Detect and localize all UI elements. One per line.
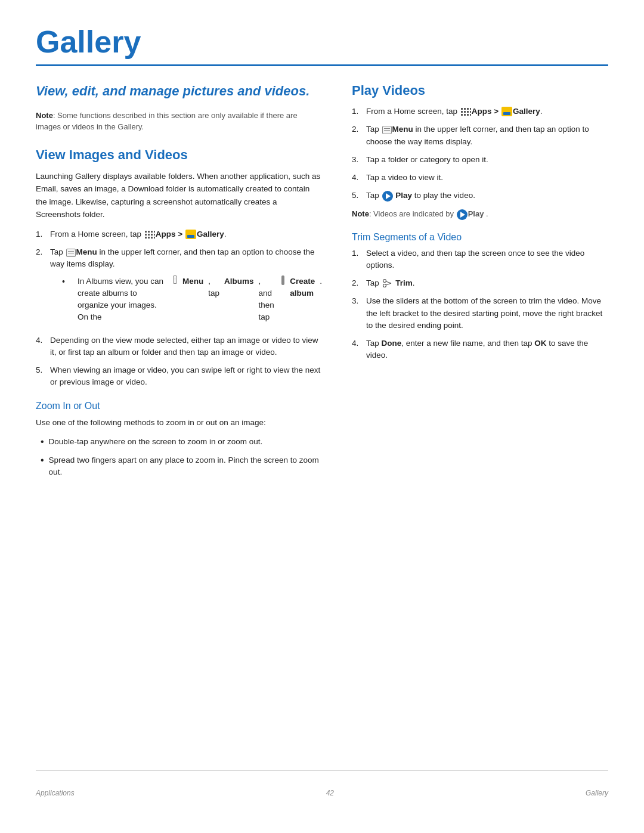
play-step-4: Tap a video to view it. bbox=[352, 172, 608, 184]
play-label: Play bbox=[395, 191, 412, 200]
play-step-3-content: Tap a folder or category to open it. bbox=[366, 154, 608, 166]
step-3: Depending on the view mode selected, eit… bbox=[36, 335, 322, 359]
sub-bullet-1: In Albums view, you can create albums to… bbox=[62, 275, 322, 324]
footer-left: Applications bbox=[36, 789, 75, 797]
intro-note: Note: Some functions described in this s… bbox=[36, 110, 322, 133]
trim-step-2-content: Tap Trim. bbox=[366, 277, 608, 289]
menu-icon bbox=[66, 249, 76, 257]
zoom-intro: Use one of the following methods to zoom… bbox=[36, 416, 322, 429]
play-step-4-content: Tap a video to view it. bbox=[366, 172, 608, 184]
play-note: Note: Videos are indicated by Play . bbox=[352, 209, 608, 220]
gallery-label-2: Gallery bbox=[513, 107, 540, 116]
play-videos-heading: Play Videos bbox=[352, 83, 608, 98]
trim-label: Trim bbox=[395, 278, 413, 287]
gallery-icon bbox=[185, 230, 196, 239]
svg-point-1 bbox=[383, 284, 386, 287]
apps-label: Apps > bbox=[156, 230, 182, 239]
footer-center: 42 bbox=[326, 789, 334, 797]
left-column: View, edit, and manage pictures and vide… bbox=[36, 83, 322, 770]
play-note-label: Note bbox=[352, 209, 369, 218]
page-footer: Applications 42 Gallery bbox=[36, 770, 608, 797]
create-icon bbox=[281, 275, 285, 285]
ok-label: OK bbox=[534, 339, 546, 348]
zoom-heading: Zoom In or Out bbox=[36, 401, 322, 411]
zoom-bullet-1-text: Double-tap anywhere on the screen to zoo… bbox=[49, 436, 263, 448]
step-2-content: Tap Menu in the upper left corner, and t… bbox=[50, 246, 322, 329]
content-columns: View, edit, and manage pictures and vide… bbox=[36, 83, 608, 770]
trim-step-1-content: Select a video, and then tap the screen … bbox=[366, 247, 608, 272]
albums-label: Albums bbox=[224, 275, 254, 324]
step-2-subbullets: In Albums view, you can create albums to… bbox=[50, 275, 322, 324]
step-1-content: From a Home screen, tap Apps > Gallery. bbox=[50, 228, 322, 240]
right-column: Play Videos From a Home screen, tap Apps… bbox=[352, 83, 608, 770]
zoom-bullet-2: Spread two fingers apart on any place to… bbox=[41, 454, 322, 479]
apps-icon bbox=[144, 230, 155, 239]
view-images-intro: Launching Gallery displays available fol… bbox=[36, 170, 322, 221]
play-step-1-content: From a Home screen, tap Apps > Gallery. bbox=[366, 106, 608, 117]
zoom-bullets: Double-tap anywhere on the screen to zoo… bbox=[36, 436, 322, 478]
gallery-icon-2 bbox=[501, 107, 512, 116]
create-album-label: Create album bbox=[290, 275, 315, 324]
note-label: Note bbox=[36, 111, 53, 120]
menu-icon-3 bbox=[382, 126, 392, 134]
play-step-5: Tap Play to play the video. bbox=[352, 190, 608, 202]
play-note-icon bbox=[457, 209, 467, 220]
svg-point-0 bbox=[383, 280, 386, 283]
play-step-3: Tap a folder or category to open it. bbox=[352, 154, 608, 166]
step-2: Tap Menu in the upper left corner, and t… bbox=[36, 246, 322, 329]
svg-line-2 bbox=[386, 281, 391, 283]
view-images-steps: From a Home screen, tap Apps > Gallery. … bbox=[36, 228, 322, 389]
subtitle: View, edit, and manage pictures and vide… bbox=[36, 83, 322, 100]
trim-step-2: Tap Trim. bbox=[352, 277, 608, 289]
step-4: When viewing an image or video, you can … bbox=[36, 364, 322, 389]
page-title: Gallery bbox=[36, 24, 608, 60]
trim-step-4-content: Tap Done, enter a new file name, and the… bbox=[366, 337, 608, 362]
zoom-bullet-1: Double-tap anywhere on the screen to zoo… bbox=[41, 436, 322, 448]
trim-step-3-content: Use the sliders at the bottom of the scr… bbox=[366, 295, 608, 332]
step-4-content: When viewing an image or video, you can … bbox=[50, 364, 322, 389]
play-step-2-content: Tap Menu in the upper left corner, and t… bbox=[366, 123, 608, 148]
step-3-content: Depending on the view mode selected, eit… bbox=[50, 335, 322, 359]
page: Gallery View, edit, and manage pictures … bbox=[0, 0, 644, 833]
play-note-play-label: Play bbox=[468, 209, 484, 218]
trim-step-4: Tap Done, enter a new file name, and the… bbox=[352, 337, 608, 362]
play-step-5-content: Tap Play to play the video. bbox=[366, 190, 608, 202]
play-videos-steps: From a Home screen, tap Apps > Gallery. … bbox=[352, 106, 608, 202]
gallery-label: Gallery bbox=[197, 230, 224, 239]
step-1: From a Home screen, tap Apps > Gallery. bbox=[36, 228, 322, 240]
apps-icon-2 bbox=[460, 107, 471, 116]
view-images-heading: View Images and Videos bbox=[36, 147, 322, 163]
trim-heading: Trim Segments of a Video bbox=[352, 232, 608, 243]
play-icon bbox=[382, 191, 393, 202]
play-step-1: From a Home screen, tap Apps > Gallery. bbox=[352, 106, 608, 117]
menu-label-2: Menu bbox=[182, 275, 203, 324]
menu-label: Menu bbox=[76, 247, 97, 256]
play-step-2: Tap Menu in the upper left corner, and t… bbox=[352, 123, 608, 148]
trim-icon bbox=[382, 278, 393, 289]
done-label: Done bbox=[382, 339, 402, 348]
svg-line-3 bbox=[386, 283, 391, 285]
note-text: : Some functions described in this secti… bbox=[36, 111, 298, 132]
footer-right: Gallery bbox=[586, 789, 608, 797]
title-divider bbox=[36, 64, 608, 66]
apps-label-2: Apps > bbox=[472, 107, 499, 116]
trim-step-3: Use the sliders at the bottom of the scr… bbox=[352, 295, 608, 332]
menu-label-3: Menu bbox=[392, 125, 413, 134]
trim-steps: Select a video, and then tap the screen … bbox=[352, 247, 608, 362]
menu-icon-2 bbox=[173, 275, 177, 284]
trim-step-1: Select a video, and then tap the screen … bbox=[352, 247, 608, 272]
zoom-bullet-2-text: Spread two fingers apart on any place to… bbox=[49, 454, 322, 479]
